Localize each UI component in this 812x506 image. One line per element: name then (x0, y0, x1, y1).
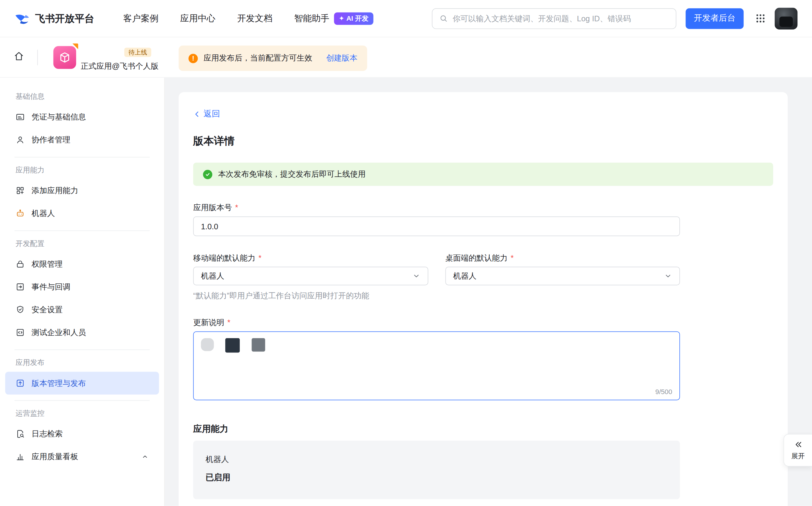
add-capability-icon (15, 186, 25, 195)
double-chevron-left-icon (794, 440, 803, 449)
back-link[interactable]: 返回 (193, 109, 220, 120)
feishu-logo-icon (15, 11, 30, 26)
sidebar-section-release: 应用发布 (0, 358, 164, 368)
sidebar-item-test-org[interactable]: 测试企业和人员 (5, 321, 159, 344)
home-icon[interactable] (13, 51, 24, 62)
redacted-text-block (252, 338, 265, 351)
field-label-text: 更新说明 (193, 318, 224, 328)
ai-badge-label: AI 开发 (346, 14, 369, 23)
app-bar: 待上线 正式应用@飞书个人版 ! 应用发布后，当前配置方可生效 创建版本 (0, 37, 812, 78)
search-input[interactable] (453, 14, 669, 23)
sidebar-item-label: 应用质量看板 (31, 452, 78, 461)
chevron-down-icon (664, 272, 672, 280)
warning-icon: ! (188, 54, 198, 63)
sidebar: 基础信息 凭证与基础信息 协作者管理 应用能力 添加应用能力 机器人 开发配置 … (0, 78, 165, 506)
sidebar-section-capabilities: 应用能力 (0, 166, 164, 175)
sidebar-section-basic-info: 基础信息 (0, 92, 164, 101)
apps-grid-icon[interactable] (755, 13, 766, 24)
selected-value: 机器人 (201, 271, 225, 281)
sidebar-item-security-settings[interactable]: 安全设置 (5, 298, 159, 321)
version-detail-card: 返回 版本详情 本次发布免审核，提交发布后即可上线使用 应用版本号 * 移动端的… (178, 92, 788, 506)
capability-status: 已启用 (206, 472, 667, 483)
search-box[interactable] (432, 8, 676, 28)
mobile-capability-select[interactable]: 机器人 (193, 267, 428, 285)
log-search-icon (15, 429, 25, 439)
main-content: 返回 版本详情 本次发布免审核，提交发布后即可上线使用 应用版本号 * 移动端的… (165, 78, 812, 506)
mobile-capability-label: 移动端的默认能力 * (193, 253, 428, 263)
expand-label: 展开 (791, 451, 805, 461)
release-notes-label: 更新说明 * (193, 318, 773, 328)
collaborator-icon (15, 135, 25, 145)
redacted-text-block (201, 338, 214, 351)
developer-console-button[interactable]: 开发者后台 (686, 8, 744, 28)
top-navbar: 飞书开放平台 客户案例 应用中心 开发文档 智能助手 ✦ AI 开发 开发者后台 (0, 0, 812, 37)
char-counter: 9/500 (655, 388, 672, 396)
app-name: 正式应用@飞书个人版 (81, 62, 159, 72)
sidebar-item-add-capability[interactable]: 添加应用能力 (5, 179, 159, 202)
sidebar-section-monitoring: 运营监控 (0, 409, 164, 418)
sidebar-item-collaborators[interactable]: 协作者管理 (5, 128, 159, 151)
avatar[interactable] (775, 8, 797, 29)
nav-app-center[interactable]: 应用中心 (180, 12, 216, 24)
robot-icon (15, 208, 25, 218)
sidebar-item-version-release[interactable]: 版本管理与发布 (5, 372, 159, 395)
sparkle-icon: ✦ (339, 15, 344, 22)
app-icon[interactable] (53, 46, 76, 69)
sidebar-item-permissions[interactable]: 权限管理 (5, 253, 159, 275)
required-asterisk: * (228, 318, 231, 328)
sidebar-item-bot[interactable]: 机器人 (5, 202, 159, 225)
brand[interactable]: 飞书开放平台 (15, 11, 94, 26)
capability-selects-row: 移动端的默认能力 * 机器人 桌面端的默认能力 * 机器人 (193, 236, 773, 285)
release-icon (15, 378, 25, 388)
brand-name: 飞书开放平台 (35, 12, 94, 25)
required-asterisk: * (258, 253, 261, 263)
chevron-down-icon (412, 272, 420, 280)
chart-icon (15, 452, 25, 461)
back-label: 返回 (204, 109, 220, 120)
sidebar-item-label: 日志检索 (31, 429, 63, 439)
sidebar-item-label: 版本管理与发布 (31, 378, 86, 388)
check-circle-icon (203, 170, 212, 179)
sidebar-item-label: 凭证与基础信息 (31, 112, 86, 122)
status-badge: 待上线 (125, 48, 151, 57)
required-asterisk: * (235, 203, 238, 213)
search-icon (439, 14, 448, 23)
cube-icon (58, 51, 72, 64)
success-text: 本次发布免审核，提交发布后即可上线使用 (218, 169, 366, 179)
sidebar-section-dev-config: 开发配置 (0, 239, 164, 249)
credential-icon (15, 112, 25, 122)
desktop-capability-label: 桌面端的默认能力 * (445, 253, 680, 263)
divider (37, 50, 38, 65)
selected-value: 机器人 (453, 271, 477, 281)
sidebar-item-events-callbacks[interactable]: 事件与回调 (5, 275, 159, 298)
capability-panel: 机器人 已启用 (193, 441, 680, 499)
desktop-capability-select[interactable]: 机器人 (445, 267, 680, 285)
notice-text: 应用发布后，当前配置方可生效 (204, 53, 312, 63)
version-input[interactable] (193, 217, 680, 236)
new-version-ribbon-icon (72, 44, 78, 50)
divider (15, 400, 150, 401)
release-notes-textarea[interactable]: 9/500 (193, 331, 680, 400)
capability-name: 机器人 (206, 454, 667, 465)
chevron-left-icon (193, 110, 201, 118)
nav-customer-cases[interactable]: 客户案例 (123, 12, 158, 24)
sidebar-item-label: 权限管理 (31, 259, 63, 269)
sidebar-item-quality-dashboard[interactable]: 应用质量看板 (5, 445, 159, 468)
page-title: 版本详情 (193, 134, 773, 148)
sidebar-item-label: 协作者管理 (31, 135, 71, 145)
shield-icon (15, 305, 25, 315)
sidebar-item-credentials[interactable]: 凭证与基础信息 (5, 105, 159, 128)
page: 飞书开放平台 客户案例 应用中心 开发文档 智能助手 ✦ AI 开发 开发者后台 (0, 0, 812, 506)
sidebar-item-label: 安全设置 (31, 305, 63, 315)
code-box-icon (15, 328, 25, 337)
field-label-text: 移动端的默认能力 (193, 253, 255, 263)
ai-dev-badge[interactable]: ✦ AI 开发 (334, 12, 373, 25)
sidebar-item-log-search[interactable]: 日志检索 (5, 422, 159, 445)
nav-ai-assistant[interactable]: 智能助手 (294, 12, 329, 24)
nav-dev-docs[interactable]: 开发文档 (237, 12, 272, 24)
create-version-link[interactable]: 创建版本 (326, 53, 357, 63)
chevron-up-icon[interactable] (142, 453, 149, 460)
capability-section-title: 应用能力 (193, 423, 773, 435)
sidebar-item-label: 事件与回调 (31, 282, 71, 291)
expand-panel-button[interactable]: 展开 (784, 434, 812, 467)
